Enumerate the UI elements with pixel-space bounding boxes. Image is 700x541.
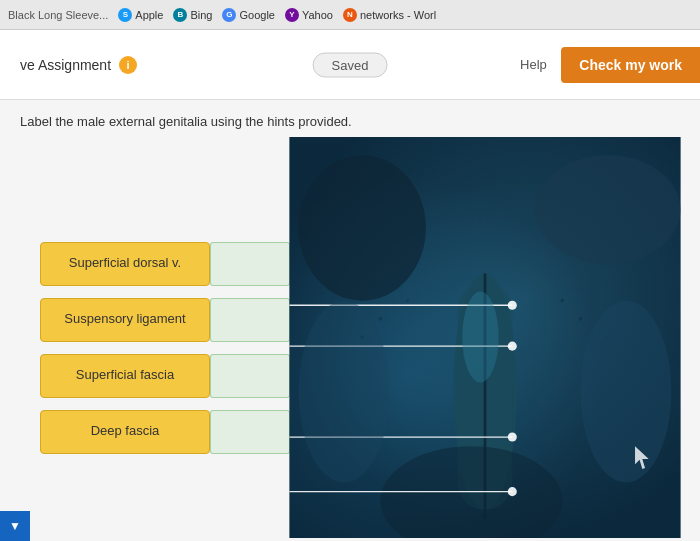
saved-badge: Saved	[313, 52, 388, 77]
assignment-title: ve Assignment	[20, 57, 111, 73]
browser-bar: Black Long Sleeve... S Apple B Bing G Go…	[0, 0, 700, 30]
info-icon[interactable]: i	[119, 56, 137, 74]
yahoo-icon: Y	[285, 8, 299, 22]
header-left: ve Assignment i	[20, 56, 137, 74]
anatomy-svg	[270, 137, 700, 538]
yahoo-label: Yahoo	[302, 9, 333, 21]
label-deep-fascia[interactable]: Deep fascia	[40, 410, 210, 454]
networks-label: networks - Worl	[360, 9, 436, 21]
bookmark-apple[interactable]: S Apple	[118, 8, 163, 22]
bookmark-google[interactable]: G Google	[222, 8, 274, 22]
bookmark-item[interactable]: Black Long Sleeve...	[8, 9, 108, 21]
networks-icon: N	[343, 8, 357, 22]
svg-point-2	[535, 155, 680, 264]
label-superficial-fascia[interactable]: Superficial fascia	[40, 354, 210, 398]
svg-point-8	[379, 317, 383, 321]
main-content: Label the male external genitalia using …	[0, 100, 700, 541]
svg-point-22	[462, 292, 498, 383]
bookmark-yahoo[interactable]: Y Yahoo	[285, 8, 333, 22]
safari-icon: S	[118, 8, 132, 22]
help-link[interactable]: Help	[520, 57, 547, 72]
app-header: ve Assignment i Saved Help Save & Exit S…	[0, 30, 700, 100]
svg-point-3	[299, 155, 426, 300]
bing-icon: B	[173, 8, 187, 22]
label-suspensory-ligament[interactable]: Suspensory ligament	[40, 298, 210, 342]
google-label: Google	[239, 9, 274, 21]
apple-label: Apple	[135, 9, 163, 21]
bookmark-bing[interactable]: B Bing	[173, 8, 212, 22]
labels-column: Superficial dorsal v. Suspensory ligamen…	[40, 157, 210, 538]
bookmark-networks[interactable]: N networks - Worl	[343, 8, 436, 22]
svg-point-24	[299, 301, 390, 483]
bottom-nav: ▼	[0, 511, 30, 541]
check-work-button[interactable]: Check my work	[561, 47, 700, 83]
google-icon: G	[222, 8, 236, 22]
svg-point-11	[579, 317, 583, 321]
svg-point-23	[580, 301, 671, 483]
label-superficial-dorsal[interactable]: Superficial dorsal v.	[40, 242, 210, 286]
instructions-text: Label the male external genitalia using …	[0, 100, 700, 137]
svg-point-9	[406, 299, 409, 302]
nav-icon: ▼	[9, 519, 21, 533]
activity-area: Superficial dorsal v. Suspensory ligamen…	[0, 137, 700, 538]
anatomy-image	[270, 137, 700, 538]
bing-label: Bing	[190, 9, 212, 21]
svg-point-13	[560, 299, 564, 303]
